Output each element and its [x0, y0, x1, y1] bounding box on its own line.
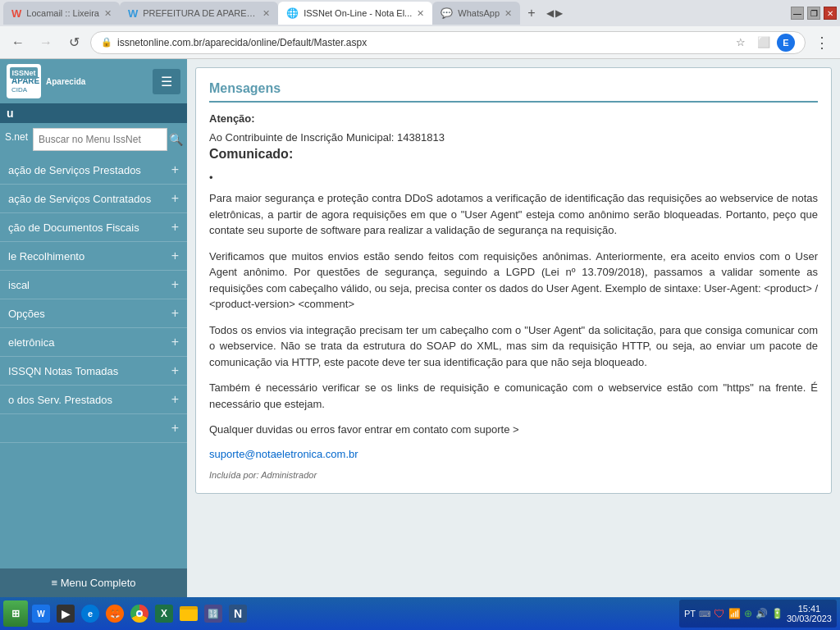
taskbar: ⊞ W ▶ e 🦊 X 🔢 N: [0, 597, 840, 630]
atencao-label: Atenção:: [209, 112, 818, 125]
search-button[interactable]: 🔍: [169, 128, 183, 151]
sidebar-item-fiscal[interactable]: iscal +: [0, 271, 187, 299]
svg-text:CIDA: CIDA: [11, 86, 28, 94]
plus-icon: +: [171, 421, 179, 436]
extensions-button[interactable]: ⬜: [754, 33, 774, 52]
account-button[interactable]: E: [777, 34, 795, 52]
tab4-title: WhatsApp: [458, 8, 500, 18]
menu-label-bar: u: [0, 103, 187, 123]
msg-paragraph-1: Para maior segurança e proteção contra D…: [209, 190, 818, 239]
lock-icon: 🔒: [101, 37, 112, 48]
plus-icon: +: [171, 306, 179, 321]
sidebar-item-documentos-fiscais[interactable]: ção de Documentos Fiscais +: [0, 213, 187, 242]
aparecida-logo-svg: APARE CIDA ISSNet: [8, 66, 39, 97]
sidebar: APARE CIDA ISSNet Aparecida ☰ u S.net: [0, 59, 187, 597]
plus-icon: +: [171, 363, 179, 378]
msg-paragraph-3: Todos os envios via integração precisam …: [209, 322, 818, 371]
start-button[interactable]: ⊞: [3, 600, 28, 627]
taskbar-app-media[interactable]: ▶: [54, 602, 77, 625]
msg-paragraph-2: Verificamos que muitos envios estão send…: [209, 249, 818, 313]
menu-completo-button[interactable]: ≡ Menu Completo: [0, 568, 187, 597]
msg-paragraph-5: Qualquer duvidas ou erros favor entrar e…: [209, 422, 818, 438]
sidebar-item-eletronica[interactable]: eletrônica +: [0, 328, 187, 357]
address-icons: ☆ ⬜ E: [731, 33, 795, 52]
taskbar-app-firefox[interactable]: 🦊: [103, 602, 126, 625]
windows-icon: ⊞: [11, 608, 20, 619]
taskbar-app-unknown[interactable]: N: [226, 602, 249, 625]
sidebar-item-label: ação de Serviços Contratados: [8, 193, 151, 205]
tab4-close[interactable]: ✕: [504, 8, 512, 19]
tab-prefeitura[interactable]: W PREFEITURA DE APARECI... ✕: [120, 2, 278, 25]
sidebar-item-label: le Recolhimento: [8, 250, 84, 262]
sidebar-item-servicos-contratados[interactable]: ação de Serviços Contratados +: [0, 185, 187, 213]
tab1-icon: W: [11, 7, 21, 20]
refresh-button[interactable]: ↺: [62, 31, 85, 54]
taskbar-app-ie[interactable]: e: [79, 602, 102, 625]
plus-icon: +: [171, 392, 179, 407]
tray-battery-icon: 🔋: [771, 608, 783, 619]
back-button[interactable]: ←: [7, 31, 30, 54]
taskbar-app-folder[interactable]: [177, 602, 200, 625]
plus-icon: +: [171, 249, 179, 263]
taskbar-app-calculator[interactable]: 🔢: [202, 602, 225, 625]
sidebar-item-issqn-notas[interactable]: ISSQN Notas Tomadas +: [0, 357, 187, 386]
title-bar: W Locamail :: Lixeira ✕ W PREFEITURA DE …: [0, 0, 840, 26]
taskbar-app-chrome[interactable]: [128, 602, 151, 625]
svg-text:ISSNet: ISSNet: [11, 69, 35, 77]
tab-locamail[interactable]: W Locamail :: Lixeira ✕: [3, 2, 120, 25]
logo-label: Aparecida: [46, 77, 85, 86]
close-button[interactable]: ✕: [824, 7, 837, 20]
minimize-button[interactable]: —: [791, 7, 804, 20]
url-text: issnetonline.com.br/aparecida/online/Def…: [117, 37, 726, 48]
sidebar-item-opcoes[interactable]: Opções +: [0, 299, 187, 328]
issnet-label: S.net: [5, 128, 31, 151]
tab-issnet[interactable]: 🌐 ISSNet On-Line - Nota El... ✕: [278, 2, 432, 25]
included-by: Incluída por: Administrador: [209, 470, 818, 480]
forward-button[interactable]: →: [34, 31, 57, 54]
tab3-title: ISSNet On-Line - Nota El...: [304, 8, 412, 18]
comunicado-label: Comunicado:: [209, 147, 818, 162]
tray-date: 30/03/2023: [787, 614, 832, 623]
browser-menu-button[interactable]: ⋮: [810, 31, 833, 54]
tray-network-icon: 📶: [728, 608, 741, 619]
hamburger-button[interactable]: ☰: [153, 69, 180, 94]
bullet-point: •: [209, 171, 818, 184]
system-tray: PT ⌨ 🛡 📶 ⊕ 🔊 🔋 15:41 30/03/2023: [679, 600, 837, 628]
tab2-close[interactable]: ✕: [262, 8, 270, 19]
sidebar-item-label: eletrônica: [8, 336, 54, 349]
address-bar[interactable]: 🔒 issnetonline.com.br/aparecida/online/D…: [90, 31, 806, 54]
tab-scroll-left[interactable]: ◀: [546, 7, 554, 19]
plus-icon: +: [171, 162, 179, 177]
plus-icon: +: [171, 220, 179, 235]
tab1-title: Locamail :: Lixeira: [26, 8, 99, 18]
taskbar-app-excel[interactable]: X: [153, 602, 176, 625]
sidebar-item-servicos-prestados[interactable]: ação de Serviços Prestados +: [0, 156, 187, 185]
tab-scroll-right[interactable]: ▶: [555, 7, 563, 19]
sidebar-item-serv-prestados[interactable]: o dos Serv. Prestados +: [0, 386, 187, 414]
tab-whatsapp[interactable]: 💬 WhatsApp ✕: [432, 2, 520, 25]
plus-icon: +: [171, 277, 179, 292]
tray-antivirus-icon: 🛡: [714, 607, 725, 620]
tab1-close[interactable]: ✕: [104, 8, 112, 19]
support-email[interactable]: suporte@notaeletronica.com.br: [209, 448, 818, 460]
tray-wifi-icon: ⊕: [744, 608, 752, 619]
search-input[interactable]: [33, 128, 167, 151]
tab3-close[interactable]: ✕: [417, 8, 424, 19]
sidebar-item-label: iscal: [8, 279, 30, 291]
messages-box: Mensagens Atenção: Ao Contribuinte de In…: [195, 67, 832, 494]
address-bar-row: ← → ↺ 🔒 issnetonline.com.br/aparecida/on…: [0, 26, 840, 59]
restore-button[interactable]: ❐: [807, 7, 820, 20]
sidebar-item-label: ção de Documentos Fiscais: [8, 221, 139, 234]
tray-keyboard-icon: ⌨: [699, 609, 710, 619]
bookmark-button[interactable]: ☆: [731, 33, 751, 52]
contribuinte-line: Ao Contribuinte de Inscrição Municipal: …: [209, 131, 818, 144]
tray-time: 15:41: [787, 604, 832, 614]
tray-clock[interactable]: 15:41 30/03/2023: [787, 604, 832, 623]
sidebar-logo-area: APARE CIDA ISSNet Aparecida: [7, 64, 85, 98]
sidebar-item-extra[interactable]: +: [0, 414, 187, 443]
new-tab-button[interactable]: +: [520, 2, 543, 25]
sidebar-item-recolhimento[interactable]: le Recolhimento +: [0, 242, 187, 271]
sidebar-item-label: o dos Serv. Prestados: [8, 394, 112, 406]
main-content: Mensagens Atenção: Ao Contribuinte de In…: [187, 59, 840, 597]
taskbar-app-winamp[interactable]: W: [30, 602, 52, 625]
